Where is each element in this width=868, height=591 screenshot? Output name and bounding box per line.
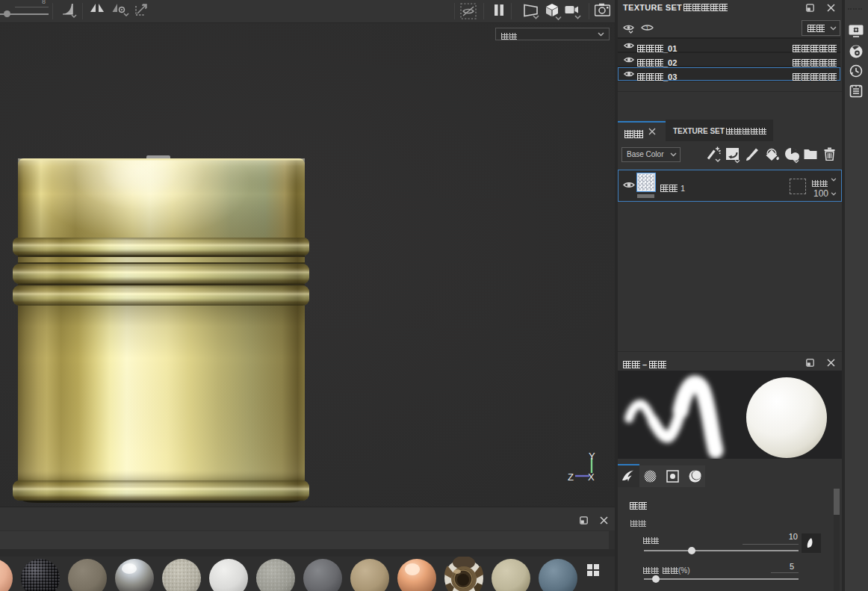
svg-text:1: 1: [645, 25, 649, 31]
svg-text:Z: Z: [568, 471, 574, 483]
svg-text:Y: Y: [589, 451, 595, 462]
svg-text:X: X: [588, 471, 595, 483]
